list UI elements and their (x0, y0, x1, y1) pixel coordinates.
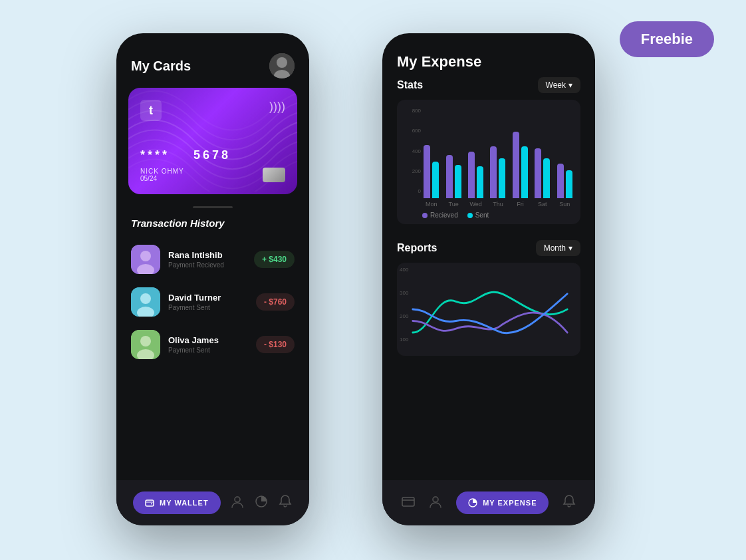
bar-sun-cyan (566, 170, 572, 198)
svg-point-1 (277, 57, 287, 68)
reports-filter-dropdown[interactable]: Month ▾ (536, 240, 580, 256)
tx-name-3: Oliva James (168, 335, 248, 345)
card-info: NICK OHMY 05/24 (140, 168, 285, 182)
svg-point-17 (433, 497, 438, 502)
tx-avatar-1 (131, 245, 160, 274)
line-chart-svg (397, 263, 580, 356)
stats-section: Stats Week ▾ 800 600 400 200 0 (382, 77, 595, 231)
chevron-down-icon: ▾ (568, 80, 572, 90)
tx-info-1: Rana Intishib Payment Recieved (168, 250, 246, 269)
right-phone: My Expense Stats Week ▾ 800 600 400 200 (382, 33, 595, 525)
left-header: My Cards (116, 33, 309, 88)
card-nav-icon[interactable] (401, 494, 416, 512)
chevron-down-icon: ▾ (568, 243, 572, 253)
tx-amount-3: - $130 (256, 336, 295, 353)
tx-info-3: Oliva James Payment Sent (168, 335, 248, 354)
tx-amount-1: + $430 (254, 251, 295, 268)
freebie-badge: Freebie (620, 21, 714, 57)
y-axis: 800 600 400 200 0 (404, 108, 421, 194)
reports-header: Reports Month ▾ (397, 240, 580, 256)
bar-wed-cyan (477, 166, 483, 198)
svg-rect-16 (402, 497, 414, 506)
bar-group-mon: Mon (422, 112, 440, 208)
tx-amount-2: - $760 (256, 293, 295, 311)
svg-point-4 (140, 251, 151, 261)
bell-nav-icon[interactable] (278, 494, 293, 512)
reports-title: Reports (397, 242, 437, 254)
wallet-nav-button[interactable]: MY WALLET (133, 491, 221, 514)
bar-fri-cyan (521, 146, 528, 198)
svg-point-7 (140, 293, 151, 304)
bar-sat-cyan (543, 158, 550, 198)
reports-section: Reports Month ▾ 400 300 200 100 (382, 231, 595, 356)
bar-tue-purple (446, 155, 453, 198)
chart-bars: 800 600 400 200 0 Mon (404, 108, 574, 208)
right-header: My Expense (382, 33, 595, 77)
card-number: **** 5678 (140, 148, 231, 162)
bar-mon-cyan (432, 162, 439, 198)
bar-fri-purple (513, 132, 519, 198)
legend-dot-cyan (467, 213, 473, 218)
stats-bar-chart: 800 600 400 200 0 Mon (397, 100, 580, 224)
chart-legend: Recieved Sent (404, 211, 574, 219)
legend-received: Recieved (422, 211, 458, 219)
bar-group-sun: Sun (556, 112, 574, 208)
bar-tue-cyan (455, 165, 461, 198)
pie-nav-icon[interactable] (254, 494, 269, 512)
tx-name-1: Rana Intishib (168, 250, 246, 260)
bar-group-tue: Tue (444, 112, 462, 208)
bar-sat-purple (535, 148, 541, 198)
stats-filter-dropdown[interactable]: Week ▾ (538, 77, 580, 93)
credit-card: t )))) **** 5678 NICK OHMY 05/24 (128, 88, 297, 194)
tx-info-2: David Turner Payment Sent (168, 293, 248, 311)
person-nav-icon-right[interactable] (428, 494, 443, 512)
table-row[interactable]: Oliva James Payment Sent - $130 (116, 323, 309, 366)
table-row[interactable]: David Turner Payment Sent - $760 (116, 281, 309, 323)
bar-group-wed: Wed (467, 112, 485, 208)
pie-icon (468, 498, 477, 507)
left-phone: My Cards t )))) **** 5678 (116, 33, 309, 525)
stats-title: Stats (397, 79, 423, 91)
bar-group-sat: Sat (533, 112, 551, 208)
right-bottom-nav: MY EXPENSE (382, 480, 595, 525)
bar-wed-purple (468, 152, 475, 198)
card-expiry: 05/24 (140, 175, 184, 182)
svg-point-14 (235, 497, 240, 502)
bar-group-fri: Fri (511, 112, 529, 208)
card-holder-name: NICK OHMY (140, 168, 184, 175)
svg-point-13 (151, 503, 152, 505)
right-phone-title: My Expense (397, 53, 481, 70)
tx-sub-2: Payment Sent (168, 304, 248, 311)
svg-rect-12 (146, 500, 154, 506)
tx-sub-3: Payment Sent (168, 347, 248, 354)
transaction-history-title: Transaction History (116, 217, 309, 238)
bar-thu-cyan (499, 158, 505, 198)
tx-sub-1: Payment Recieved (168, 261, 246, 269)
person-nav-icon[interactable] (230, 494, 245, 512)
bar-mon-purple (424, 145, 430, 198)
svg-point-10 (140, 336, 151, 347)
bar-sun-purple (557, 164, 564, 198)
divider (193, 206, 233, 208)
card-logo: t (140, 100, 162, 121)
table-row[interactable]: Rana Intishib Payment Recieved + $430 (116, 238, 309, 281)
left-bottom-nav: MY WALLET (116, 480, 309, 525)
tx-avatar-2 (131, 287, 160, 317)
bar-thu-purple (490, 146, 497, 198)
card-contactless-icon: )))) (269, 100, 285, 114)
left-phone-title: My Cards (131, 59, 191, 74)
legend-dot-purple (422, 213, 428, 218)
bar-group-thu: Thu (489, 112, 507, 208)
tx-name-2: David Turner (168, 293, 248, 303)
legend-sent: Sent (467, 211, 489, 219)
expense-nav-button[interactable]: MY EXPENSE (456, 491, 549, 514)
bell-nav-icon-right[interactable] (562, 494, 576, 512)
wallet-icon (145, 498, 154, 507)
tx-avatar-3 (131, 330, 160, 359)
transaction-list: Rana Intishib Payment Recieved + $430 Da… (116, 238, 309, 366)
avatar[interactable] (269, 53, 295, 78)
reports-line-chart: 400 300 200 100 (397, 263, 580, 356)
card-chip (263, 168, 285, 182)
stats-header: Stats Week ▾ (397, 77, 580, 93)
